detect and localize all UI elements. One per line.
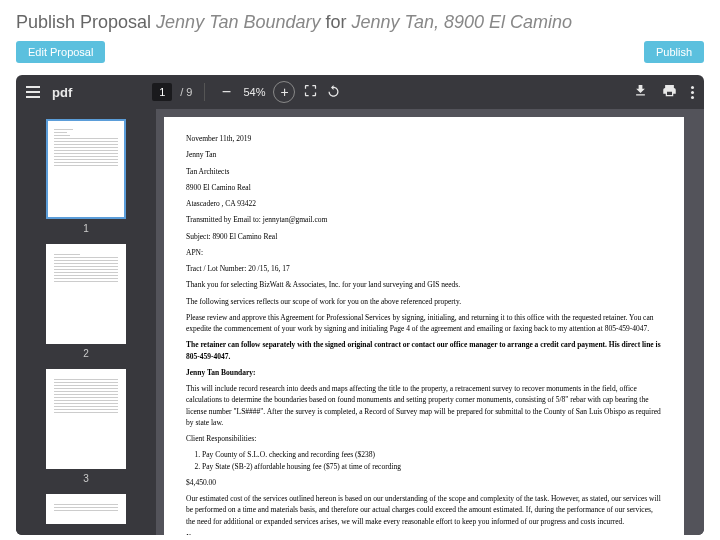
thumbnail-label: 1 <box>83 223 89 234</box>
scrollbar[interactable] <box>692 109 704 535</box>
pdf-page: November 11th, 2019 Jenny Tan Tan Archit… <box>164 117 684 535</box>
thumbnail-1[interactable] <box>46 119 126 219</box>
page-total: / 9 <box>180 86 192 98</box>
page-title: Publish Proposal Jenny Tan Boundary for … <box>16 12 704 33</box>
download-icon[interactable] <box>633 83 648 101</box>
thumbnail-2[interactable] <box>46 244 126 344</box>
menu-icon[interactable] <box>26 86 40 98</box>
pdf-label: pdf <box>52 85 72 100</box>
thumbnail-label: 3 <box>83 473 89 484</box>
thumbnail-3[interactable] <box>46 369 126 469</box>
publish-button[interactable]: Publish <box>644 41 704 63</box>
rotate-icon[interactable] <box>326 83 341 101</box>
zoom-out-button[interactable]: − <box>217 83 235 101</box>
more-icon[interactable] <box>691 86 694 99</box>
zoom-level: 54% <box>243 86 265 98</box>
edit-proposal-button[interactable]: Edit Proposal <box>16 41 105 63</box>
zoom-in-button[interactable]: + <box>273 81 295 103</box>
print-icon[interactable] <box>662 83 677 101</box>
thumbnail-panel: 1 2 3 <box>16 109 156 535</box>
thumbnail-label: 2 <box>83 348 89 359</box>
thumbnail-4[interactable] <box>46 494 126 524</box>
fit-page-icon[interactable] <box>303 83 318 101</box>
pdf-toolbar: pdf / 9 − 54% + <box>16 75 704 109</box>
page-number-input[interactable] <box>152 83 172 101</box>
page-area[interactable]: November 11th, 2019 Jenny Tan Tan Archit… <box>156 109 692 535</box>
pdf-viewer: pdf / 9 − 54% + 1 2 3 <box>16 75 704 535</box>
